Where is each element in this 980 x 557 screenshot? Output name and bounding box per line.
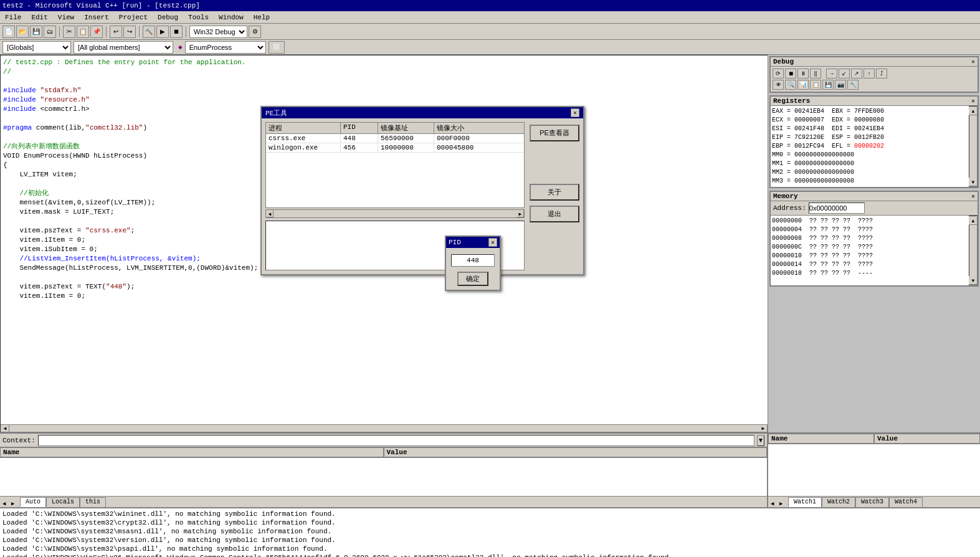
pid-confirm-btn[interactable]: 确定	[457, 272, 488, 286]
pe-exit-btn[interactable]: 退出	[530, 206, 579, 222]
pe-dialog-body: 进程 PID 镜像基址 镜像大小 csrss.exe 448 56590000 …	[262, 118, 583, 274]
pe-row-1-size: 000F0000	[434, 134, 490, 143]
pe-row-2-base: 10000000	[378, 143, 434, 152]
pid-close-btn[interactable]: ✕	[488, 238, 497, 247]
pe-row-2-process: winlogon.exe	[266, 143, 341, 152]
pe-header-base: 镜像基址	[378, 123, 434, 133]
pid-dialog: PID ✕ 448 确定	[445, 236, 501, 291]
pe-about-btn[interactable]: 关于	[530, 184, 579, 201]
pe-row-2-size: 000045800	[434, 143, 490, 152]
pe-buttons: PE查看器 关于 退出	[530, 122, 579, 270]
pid-title-text: PID	[449, 239, 461, 246]
pid-dialog-title: PID ✕	[446, 237, 500, 248]
pe-row-1-base: 56590000	[378, 134, 434, 143]
pe-header-size: 镜像大小	[434, 123, 490, 133]
pe-scroll-right[interactable]: ▶	[516, 210, 524, 217]
pe-row-1[interactable]: csrss.exe 448 56590000 000F0000	[266, 134, 524, 143]
pe-dialog: PE工具 ✕ 进程 PID 镜像基址 镜像大小 csrss.exe 448	[260, 106, 584, 275]
modal-overlay: PE工具 ✕ 进程 PID 镜像基址 镜像大小 csrss.exe 448	[0, 0, 980, 557]
pe-viewer-btn[interactable]: PE查看器	[530, 125, 579, 141]
pe-row-2[interactable]: winlogon.exe 456 10000000 000045800	[266, 143, 524, 153]
pe-close-btn[interactable]: ✕	[571, 108, 579, 117]
pe-dialog-title: PE工具 ✕	[262, 107, 583, 118]
pe-table-body: csrss.exe 448 56590000 000F0000 winlogon…	[265, 133, 525, 208]
pe-scroll-left[interactable]: ◀	[266, 210, 274, 217]
pid-value-display: 448	[451, 254, 495, 267]
pe-row-1-process: csrss.exe	[266, 134, 341, 143]
pid-body: 448 确定	[446, 248, 500, 290]
pe-row-2-pid: 456	[341, 143, 378, 152]
pe-header-process: 进程	[266, 123, 341, 133]
pe-header-pid: PID	[341, 123, 378, 133]
pe-title-text: PE工具	[265, 108, 287, 118]
pe-table-header: 进程 PID 镜像基址 镜像大小	[265, 122, 525, 133]
pe-hscroll[interactable]: ◀ ▶	[265, 209, 525, 218]
pe-row-1-pid: 448	[341, 134, 378, 143]
